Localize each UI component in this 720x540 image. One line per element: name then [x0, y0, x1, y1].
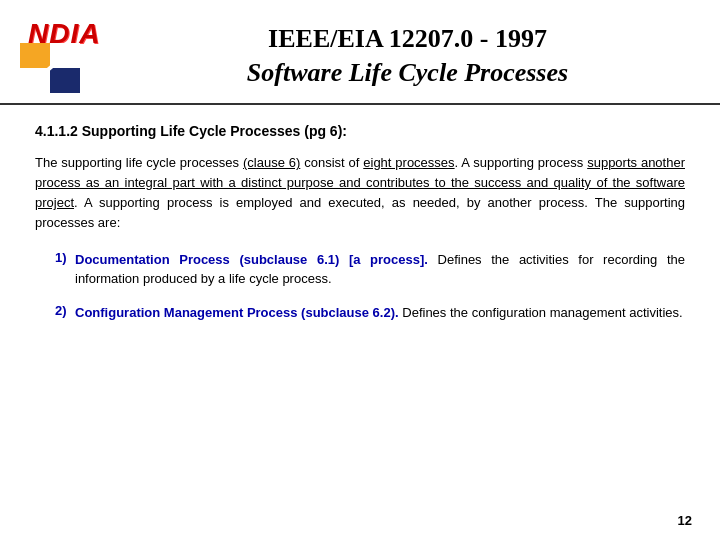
main-title-line1: IEEE/EIA 12207.0 - 1997 — [125, 22, 690, 56]
list-num-2: 2) — [45, 303, 75, 318]
title-area: IEEE/EIA 12207.0 - 1997 Software Life Cy… — [115, 22, 690, 90]
content-area: 4.1.1.2 Supporting Life Cycle Processes … — [0, 105, 720, 346]
list-content-2: Configuration Management Process (subcla… — [75, 303, 685, 323]
list-item-2-plain: Defines the configuration management act… — [402, 305, 682, 320]
section-heading: 4.1.1.2 Supporting Life Cycle Processes … — [35, 123, 685, 139]
para-clause: (clause 6) — [243, 155, 300, 170]
header: NDIA IEEE/EIA 12207.0 - 1997 Software Li… — [0, 0, 720, 105]
list-item: 1) Documentation Process (subclause 6.1)… — [45, 250, 685, 289]
list-item-1-blue: Documentation Process (subclause 6.1) [a… — [75, 252, 428, 267]
list-num-1: 1) — [45, 250, 75, 265]
svg-line-0 — [20, 43, 80, 93]
page-number: 12 — [678, 513, 692, 528]
main-title-line2: Software Life Cycle Processes — [125, 56, 690, 90]
logo-area: NDIA — [20, 18, 115, 93]
para-plain1: The supporting life cycle processes — [35, 155, 243, 170]
para-plain2: consist of — [300, 155, 363, 170]
list-item-2: 2) Configuration Management Process (sub… — [45, 303, 685, 323]
body-paragraph: The supporting life cycle processes (cla… — [35, 153, 685, 234]
para-plain3: . A supporting process — [455, 155, 588, 170]
para-plain4: . A supporting process is employed and e… — [35, 195, 685, 230]
list-item-2-blue: Configuration Management Process (subcla… — [75, 305, 399, 320]
para-eight-processes: eight processes — [363, 155, 454, 170]
list-area: 1) Documentation Process (subclause 6.1)… — [35, 250, 685, 323]
list-content-1: Documentation Process (subclause 6.1) [a… — [75, 250, 685, 289]
